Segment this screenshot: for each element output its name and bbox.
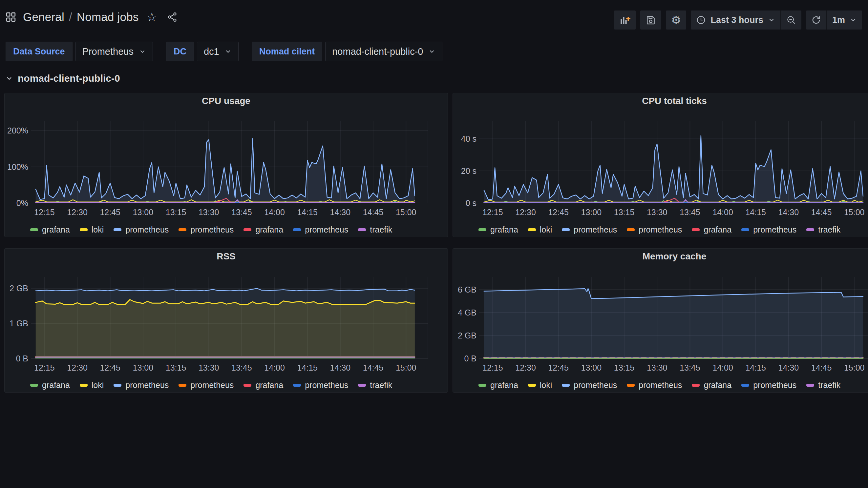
legend-swatch [30,384,38,387]
variable-dc-value: dc1 [204,46,219,57]
legend-swatch [806,384,814,387]
legend-item-prometheus[interactable]: prometheus [627,381,682,390]
grid-icon[interactable] [5,11,17,23]
legend: grafanalokiprometheusprometheusgrafanapr… [30,379,444,392]
breadcrumb-page[interactable]: Nomad jobs [77,10,139,24]
legend-swatch [244,228,251,231]
chart-cpu-total-ticks[interactable]: 0 s20 s40 s12:1512:3012:4513:0013:1513:3… [453,109,868,222]
dashboard-variables: Data Source Prometheus DC dc1 Nomad cile… [6,42,442,61]
legend-label: grafana [704,381,732,390]
panel-title[interactable]: CPU usage [5,93,447,109]
chart-rss[interactable]: 0 B1 GB2 GB12:1512:3012:4513:0013:1513:3… [5,264,447,378]
x-tick-label: 13:45 [231,207,252,217]
refresh-interval-dropdown[interactable]: 1m [827,10,862,30]
legend-item-traefik[interactable]: traefik [806,225,840,234]
legend-label: prometheus [305,381,348,390]
time-controls: Last 3 hours [691,10,801,30]
x-tick-label: 14:45 [811,207,832,217]
x-tick-label: 13:15 [166,363,186,372]
legend-swatch [244,384,251,387]
variable-nomad-client-select[interactable]: nomad-client-public-0 [325,42,442,61]
legend-item-prometheus[interactable]: prometheus [562,225,617,234]
legend-label: loki [540,381,552,390]
refresh-button[interactable] [806,10,826,30]
time-range-label: Last 3 hours [711,15,763,25]
star-icon[interactable]: ☆ [145,10,159,24]
chevron-down-icon [428,48,435,55]
x-tick-label: 13:15 [614,363,635,372]
legend-item-loki[interactable]: loki [528,225,552,234]
legend-swatch [741,384,749,387]
legend-item-prometheus[interactable]: prometheus [179,225,234,234]
legend-item-traefik[interactable]: traefik [806,381,840,390]
legend-label: grafana [490,381,518,390]
series-area-prometheus [484,289,863,358]
legend-swatch [30,228,38,231]
x-tick-label: 13:30 [198,363,219,372]
legend-item-grafana[interactable]: grafana [30,381,70,390]
legend-item-prometheus[interactable]: prometheus [562,381,617,390]
legend-item-prometheus[interactable]: prometheus [741,225,797,234]
x-tick-label: 14:00 [712,207,733,217]
legend-swatch [692,228,700,231]
legend-item-prometheus[interactable]: prometheus [293,225,348,234]
legend-item-prometheus[interactable]: prometheus [114,225,169,234]
panel-title[interactable]: CPU total ticks [453,93,868,109]
settings-button[interactable]: ⚙ [666,10,686,30]
legend-item-grafana[interactable]: grafana [478,381,518,390]
legend-label: grafana [42,225,70,234]
save-dashboard-button[interactable] [640,10,661,30]
panel-title[interactable]: Memory cache [453,249,868,264]
x-tick-label: 15:00 [396,207,416,217]
legend-item-prometheus[interactable]: prometheus [179,381,234,390]
legend-item-grafana[interactable]: grafana [692,381,732,390]
y-tick-label: 0 s [466,198,476,207]
legend-label: prometheus [574,225,617,234]
chevron-down-icon [139,48,146,55]
y-tick-label: 40 s [461,134,476,143]
legend-item-traefik[interactable]: traefik [358,381,392,390]
variable-datasource-select[interactable]: Prometheus [75,42,153,61]
y-tick-label: 100% [7,162,28,171]
legend-item-loki[interactable]: loki [528,381,552,390]
legend-label: traefik [370,225,392,234]
breadcrumb: General / Nomad jobs [23,10,139,24]
legend-item-prometheus[interactable]: prometheus [293,381,348,390]
breadcrumb-section[interactable]: General [23,10,64,24]
legend-item-grafana[interactable]: grafana [478,225,518,234]
zoom-out-button[interactable] [781,10,801,30]
chart-cpu-usage[interactable]: 0%100%200%12:1512:3012:4513:0013:1513:30… [5,109,447,222]
legend-item-loki[interactable]: loki [80,225,104,234]
legend-item-grafana[interactable]: grafana [30,225,70,234]
share-icon[interactable] [165,10,180,24]
add-panel-button[interactable] [614,10,636,30]
legend-item-prometheus[interactable]: prometheus [114,381,169,390]
y-tick-label: 20 s [461,166,476,175]
x-tick-label: 13:00 [133,363,154,372]
legend-item-grafana[interactable]: grafana [244,381,283,390]
chart-memory-cache[interactable]: 0 B2 GB4 GB6 GB12:1512:3012:4513:0013:15… [453,264,868,378]
legend-label: prometheus [753,381,797,390]
panel-title[interactable]: RSS [5,249,447,264]
legend-item-loki[interactable]: loki [80,381,104,390]
legend-item-grafana[interactable]: grafana [244,225,283,234]
legend-item-prometheus[interactable]: prometheus [741,381,797,390]
legend-swatch [562,384,570,387]
series-area-prometheus [484,135,863,203]
y-tick-label: 4 GB [458,308,476,317]
legend-item-traefik[interactable]: traefik [358,225,392,234]
legend-item-grafana[interactable]: grafana [692,225,732,234]
variable-dc-select[interactable]: dc1 [197,42,239,61]
y-tick-label: 0% [17,198,28,207]
legend-swatch [692,384,700,387]
time-range-picker[interactable]: Last 3 hours [691,10,780,30]
variable-dc-label: DC [166,42,194,61]
legend-label: prometheus [190,225,234,234]
y-tick-label: 200% [7,126,28,135]
x-tick-label: 14:45 [811,363,832,372]
legend: grafanalokiprometheusprometheusgrafanapr… [478,223,868,236]
legend-label: traefik [818,381,840,390]
x-tick-label: 14:30 [330,207,351,217]
legend-item-prometheus[interactable]: prometheus [627,225,682,234]
row-header[interactable]: nomad-client-public-0 [5,73,120,84]
